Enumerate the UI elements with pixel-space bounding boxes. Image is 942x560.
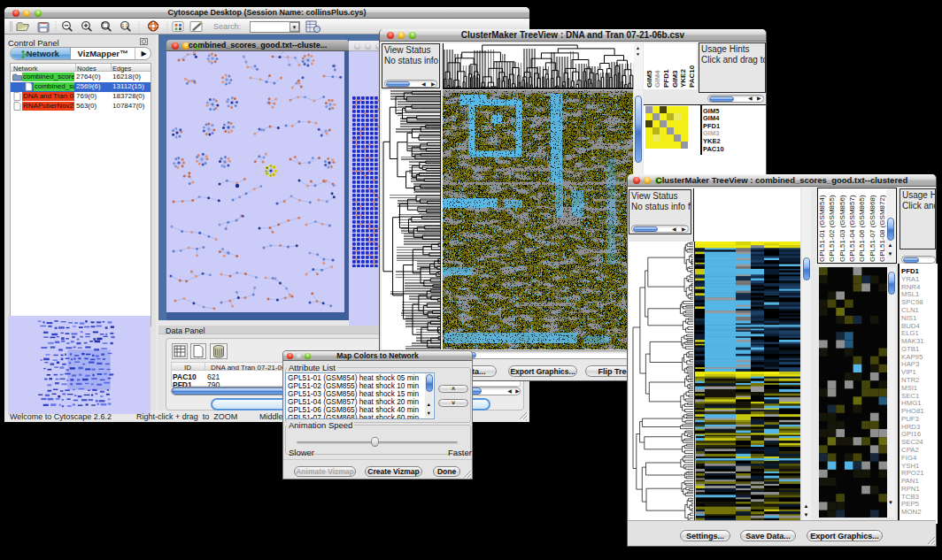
svg-text:GIM4: GIM4 [653, 70, 661, 88]
svg-text:GPL51-06 (GSM865): GPL51-06 (GSM865) [858, 195, 866, 262]
svg-text:GPL51-03 (GSM856): GPL51-03 (GSM856) [838, 195, 846, 262]
svg-text:PAC10: PAC10 [688, 65, 696, 88]
svg-text:GIM3: GIM3 [671, 70, 679, 88]
svg-text:GIM5: GIM5 [645, 70, 653, 88]
svg-text:Search:: Search: [213, 22, 241, 31]
svg-text:1:1: 1:1 [122, 23, 128, 28]
svg-text:GPL51-01 (GSM854): GPL51-01 (GSM854) [818, 195, 826, 262]
svg-text:GPL51-04 (GSM857): GPL51-04 (GSM857) [848, 195, 856, 262]
svg-text:PFD1: PFD1 [662, 69, 670, 88]
svg-text:YKE2: YKE2 [679, 69, 687, 88]
svg-text:GPL51-08 (GSM872): GPL51-08 (GSM872) [878, 195, 886, 262]
svg-text:GPL51-07 (GSM868): GPL51-07 (GSM868) [869, 195, 876, 262]
svg-text:GPL51-02 (GSM855): GPL51-02 (GSM855) [828, 195, 836, 262]
